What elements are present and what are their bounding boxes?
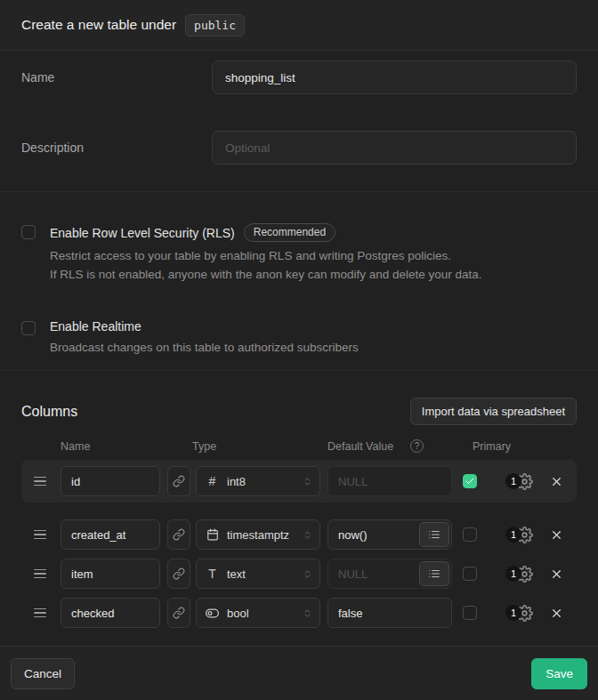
column-settings: 1	[505, 605, 533, 622]
save-button[interactable]: Save	[531, 658, 587, 689]
drag-handle-icon[interactable]	[34, 477, 46, 487]
drag-handle-icon[interactable]	[34, 530, 46, 540]
description-label: Description	[21, 131, 212, 155]
default-value-cell	[327, 466, 452, 496]
chevron-up-down-icon	[303, 608, 312, 618]
table-name-input[interactable]	[212, 60, 577, 94]
column-row: #int81	[21, 460, 577, 503]
rls-description: Restrict access to your table by enablin…	[50, 246, 482, 284]
toggle-icon	[206, 607, 219, 620]
settings-count-badge: 1	[505, 605, 521, 621]
schema-badge: public	[185, 14, 245, 36]
remove-column-icon[interactable]	[550, 567, 563, 581]
foreign-key-link-icon[interactable]	[167, 466, 190, 496]
calendar-icon	[206, 528, 219, 541]
column-type-select[interactable]: #int8	[196, 466, 320, 496]
realtime-checkbox[interactable]	[21, 321, 36, 335]
foreign-key-link-icon[interactable]	[167, 559, 190, 589]
cancel-button[interactable]: Cancel	[11, 658, 75, 689]
columns-section: Columns Import data via spreadsheet Name…	[0, 371, 598, 646]
column-settings: 1	[505, 566, 533, 583]
remove-column-icon[interactable]	[550, 475, 563, 488]
default-value-cell	[327, 598, 452, 628]
column-type-value: int8	[227, 475, 295, 488]
table-description-input[interactable]	[212, 131, 577, 165]
settings-count-badge: 1	[505, 473, 521, 489]
column-type-select[interactable]: timestamptz	[196, 519, 320, 550]
column-name-input[interactable]	[61, 519, 160, 550]
column-default-value-input[interactable]	[327, 598, 452, 628]
default-value-help-icon[interactable]: ?	[410, 439, 424, 453]
create-table-panel: Create a new table under public Name Des…	[0, 0, 598, 700]
primary-key-checkbox[interactable]	[463, 567, 477, 581]
realtime-description: Broadcast changes on this table to autho…	[50, 338, 359, 357]
chevron-up-down-icon	[303, 477, 312, 487]
default-value-suggestions-icon[interactable]	[419, 561, 449, 586]
default-value-suggestions-icon[interactable]	[419, 522, 449, 547]
settings-count-badge: 1	[505, 566, 521, 582]
foreign-key-link-icon[interactable]	[167, 519, 190, 550]
rls-description-line2: If RLS is not enabled, anyone with the a…	[50, 265, 482, 284]
column-header-primary: Primary	[473, 440, 511, 453]
column-row: Ttext1	[21, 555, 577, 592]
column-default-value-input[interactable]	[327, 466, 452, 496]
name-label: Name	[21, 60, 212, 84]
column-type-value: bool	[227, 607, 295, 620]
chevron-up-down-icon	[303, 530, 312, 540]
columns-rows: #int81timestamptz1Ttext1bool1	[21, 460, 577, 632]
column-settings: 1	[505, 473, 533, 490]
column-row: timestamptz1	[21, 516, 577, 553]
column-name-input[interactable]	[61, 466, 160, 496]
table-info-section: Name Description	[0, 51, 598, 192]
drag-handle-icon[interactable]	[34, 569, 46, 579]
panel-footer: Cancel Save	[0, 646, 598, 700]
column-header-type: Type	[192, 440, 327, 453]
columns-title: Columns	[21, 404, 77, 420]
primary-key-checkbox[interactable]	[463, 527, 477, 542]
column-type-value: text	[227, 567, 295, 581]
remove-column-icon[interactable]	[550, 528, 563, 542]
column-type-select[interactable]: Ttext	[196, 559, 320, 589]
rls-description-line1: Restrict access to your table by enablin…	[50, 246, 482, 265]
primary-key-checkbox[interactable]	[463, 474, 477, 488]
foreign-key-link-icon[interactable]	[167, 598, 190, 628]
default-value-cell	[327, 559, 452, 589]
drag-handle-icon[interactable]	[34, 608, 46, 618]
column-name-input[interactable]	[61, 598, 160, 628]
column-header-name: Name	[61, 440, 192, 453]
column-settings: 1	[505, 527, 533, 543]
import-spreadsheet-button[interactable]: Import data via spreadsheet	[410, 398, 577, 425]
column-header-default: Default Value	[327, 440, 406, 453]
recommended-badge: Recommended	[244, 223, 335, 242]
primary-key-checkbox[interactable]	[463, 606, 477, 620]
column-type-select[interactable]: bool	[196, 598, 320, 628]
column-type-value: timestamptz	[227, 528, 295, 542]
chevron-up-down-icon	[303, 569, 312, 579]
settings-count-badge: 1	[505, 527, 521, 543]
column-name-input[interactable]	[61, 559, 160, 589]
panel-title: Create a new table under	[21, 17, 176, 33]
panel-header: Create a new table under public	[0, 0, 598, 51]
letter-t-icon: T	[206, 567, 219, 581]
remove-column-icon[interactable]	[550, 607, 563, 620]
hash-icon: #	[206, 474, 219, 488]
column-row: bool1	[21, 594, 577, 632]
columns-header-row: Name Type Default Value ? Primary	[21, 439, 577, 453]
default-value-cell	[327, 519, 452, 550]
table-options-section: Enable Row Level Security (RLS) Recommen…	[0, 192, 598, 371]
rls-checkbox[interactable]	[21, 225, 36, 239]
realtime-label: Enable Realtime	[50, 319, 141, 334]
rls-label: Enable Row Level Security (RLS)	[50, 226, 235, 240]
